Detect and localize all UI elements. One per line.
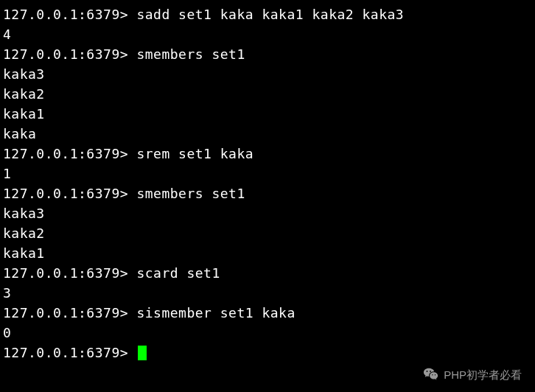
output-text: kaka	[3, 126, 36, 141]
command-text: sadd set1 kaka kaka1 kaka2 kaka3	[136, 7, 404, 22]
prompt: 127.0.0.1:6379>	[3, 265, 136, 281]
command-text: scard set1	[136, 265, 220, 281]
prompt: 127.0.0.1:6379>	[3, 305, 136, 321]
command-text: smembers set1	[136, 46, 245, 62]
terminal-line: 4	[3, 24, 532, 44]
prompt: 127.0.0.1:6379>	[3, 345, 136, 360]
terminal-line: 127.0.0.1:6379>	[3, 343, 532, 363]
terminal-line: kaka2	[3, 223, 532, 243]
terminal-line: 3	[3, 283, 532, 303]
terminal-output[interactable]: 127.0.0.1:6379> sadd set1 kaka kaka1 kak…	[0, 0, 535, 367]
terminal-line: 1	[3, 164, 532, 183]
prompt: 127.0.0.1:6379>	[3, 146, 136, 161]
output-text: kaka3	[3, 206, 45, 221]
terminal-line: 0	[3, 323, 532, 343]
output-text: kaka2	[3, 225, 45, 241]
prompt: 127.0.0.1:6379>	[3, 7, 136, 22]
watermark-text: PHP初学者必看	[444, 368, 522, 382]
output-text: 3	[3, 285, 11, 301]
output-text: kaka3	[3, 66, 45, 82]
command-text: smembers set1	[136, 186, 245, 201]
command-text: sismember set1 kaka	[136, 305, 295, 321]
command-text: srem set1 kaka	[136, 146, 253, 161]
terminal-line: kaka1	[3, 243, 532, 263]
terminal-line: kaka1	[3, 104, 532, 124]
output-text: 4	[3, 27, 11, 42]
prompt: 127.0.0.1:6379>	[3, 186, 136, 201]
terminal-line: 127.0.0.1:6379> scard set1	[3, 263, 532, 283]
terminal-line: 127.0.0.1:6379> smembers set1	[3, 44, 532, 64]
cursor	[138, 346, 147, 360]
terminal-line: 127.0.0.1:6379> smembers set1	[3, 183, 532, 203]
terminal-line: 127.0.0.1:6379> srem set1 kaka	[3, 144, 532, 164]
terminal-line: kaka2	[3, 84, 532, 104]
output-text: kaka1	[3, 245, 45, 261]
output-text: 1	[3, 166, 11, 181]
terminal-line: kaka	[3, 124, 532, 144]
terminal-line: kaka3	[3, 203, 532, 223]
watermark: PHP初学者必看	[423, 367, 522, 383]
output-text: kaka1	[3, 106, 45, 122]
terminal-line: 127.0.0.1:6379> sadd set1 kaka kaka1 kak…	[3, 4, 532, 24]
terminal-line: kaka3	[3, 64, 532, 84]
terminal-line: 127.0.0.1:6379> sismember set1 kaka	[3, 303, 532, 323]
output-text: 0	[3, 325, 11, 340]
wechat-icon	[423, 367, 439, 383]
output-text: kaka2	[3, 86, 45, 102]
prompt: 127.0.0.1:6379>	[3, 46, 136, 62]
